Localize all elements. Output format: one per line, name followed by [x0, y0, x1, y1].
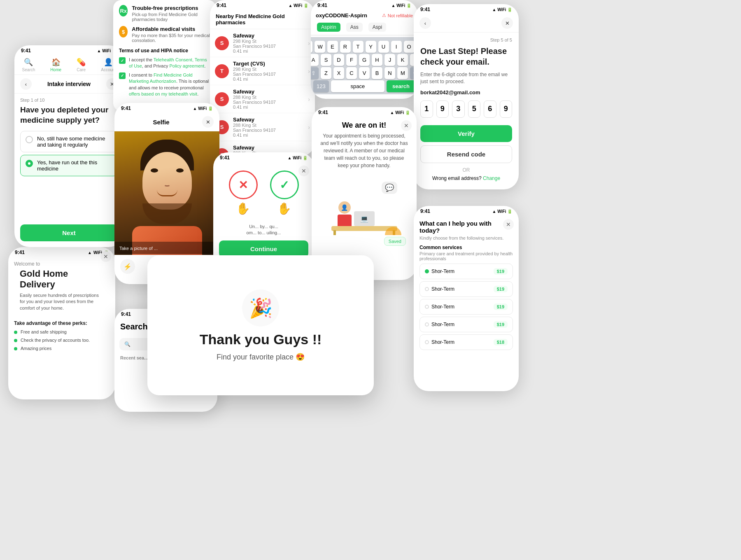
key-w[interactable]: W	[315, 41, 325, 53]
otp-4[interactable]: 5	[468, 100, 481, 118]
email-nav: ‹ ✕	[414, 14, 519, 33]
close-ci[interactable]: ✕	[298, 166, 309, 176]
ci-description: Un... by... qu...om... to... uiling...	[213, 224, 314, 236]
change-link[interactable]: Change	[483, 175, 500, 181]
pharmacy-item-4[interactable]: S Safeway 288 King StSan Francisco 94107…	[210, 113, 315, 141]
key-u[interactable]: U	[378, 41, 389, 53]
drug-tag-1[interactable]: Aspirin	[317, 23, 340, 32]
key-y[interactable]: Y	[366, 41, 376, 53]
chat-label-4: Shor-Term	[431, 322, 454, 327]
close-onit[interactable]: ✕	[401, 120, 412, 131]
active-dot-1	[425, 269, 429, 273]
status-bar-home: 9:41 ▲ WiFi 🔋	[8, 247, 115, 257]
doctor-scene: 💻 👤 💬	[323, 173, 405, 235]
check-text-1: I accept the Telehealth Consent, Terms o…	[129, 57, 210, 70]
close-chat[interactable]: ✕	[503, 219, 514, 230]
key-h[interactable]: H	[372, 54, 382, 66]
key-x[interactable]: X	[333, 67, 344, 79]
inactive-dot-5	[425, 340, 429, 344]
ci-action-button[interactable]: Continue	[219, 240, 308, 257]
drug-tag-3[interactable]: Aspi	[368, 23, 386, 32]
drug-tag-2[interactable]: Ass	[346, 23, 363, 32]
close-selfie[interactable]: ✕	[202, 116, 214, 128]
visits-row: $ Affordable medical visits Pay no more …	[119, 26, 210, 43]
otp-3[interactable]: 3	[452, 100, 465, 118]
otp-2[interactable]: 9	[436, 100, 449, 118]
selfie-nav: Selfie ✕	[114, 113, 219, 131]
key-e[interactable]: E	[327, 41, 338, 53]
verify-button[interactable]: Verify	[420, 125, 512, 142]
tab-care[interactable]: 💊 Care	[77, 58, 86, 72]
key-i[interactable]: I	[391, 41, 402, 53]
otp-5[interactable]: 6	[484, 100, 496, 118]
checkbox-2[interactable]	[119, 72, 126, 79]
key-n[interactable]: N	[384, 67, 395, 79]
key-b[interactable]: B	[372, 67, 382, 79]
key-z[interactable]: Z	[321, 67, 331, 79]
otp-1[interactable]: 1	[420, 100, 433, 118]
close-button-home[interactable]: ✕	[100, 251, 111, 262]
key-search[interactable]: search	[387, 80, 415, 92]
pharmacy-item-2[interactable]: T Target (CVS) 298 King StSan Francisco …	[210, 57, 315, 85]
key-f[interactable]: F	[346, 54, 357, 66]
chat-greeting: What can I help you with today?	[419, 220, 513, 234]
chat-label-3: Shor-Term	[431, 304, 454, 310]
key-s[interactable]: S	[321, 54, 331, 66]
key-space[interactable]: space	[331, 80, 384, 92]
key-d[interactable]: D	[333, 54, 344, 66]
tab-search[interactable]: 🔍 Search	[22, 58, 35, 72]
pharmacy-item-3[interactable]: S Safeway 288 King StSan Francisco 94107…	[210, 85, 315, 113]
pharmacy-name-1: Safeway	[233, 33, 304, 39]
home-title: Gold Home Delivery	[14, 267, 110, 292]
prescription-desc: Pick-up from Find Medicine Gold pharmaci…	[132, 12, 210, 22]
intake-title: Intake interview	[32, 81, 106, 87]
key-m[interactable]: M	[397, 67, 408, 79]
selfie-title: Selfie	[120, 119, 202, 126]
perk-dot-3	[14, 347, 17, 350]
chat-label-2: Shor-Term	[431, 286, 454, 292]
email-desc: Enter the 6-digit code from the email we…	[420, 71, 512, 85]
flash-button[interactable]: ⚡	[120, 259, 135, 274]
key-shift[interactable]: ⇧	[311, 67, 319, 79]
modal-icon: 🎉	[242, 289, 279, 327]
back-button-email[interactable]: ‹	[419, 17, 431, 29]
check-item-2: I consent to Find Medicine Gold Marketin…	[119, 72, 210, 98]
key-o[interactable]: O	[404, 41, 415, 53]
modal-title: Thank you Guys !!	[200, 331, 322, 348]
chat-option-5[interactable]: Shor-Term $18	[419, 334, 513, 350]
key-g[interactable]: G	[359, 54, 370, 66]
key-a[interactable]: A	[311, 54, 319, 66]
home-desc: Easily secure hundreds of prescriptions …	[14, 292, 110, 315]
next-button[interactable]: Next	[20, 224, 118, 241]
chat-option-2[interactable]: Shor-Term $19	[419, 281, 513, 297]
key-r[interactable]: R	[340, 41, 351, 53]
kb-row-2: A S D F G H J K L	[313, 54, 415, 66]
pharmacy-item-1[interactable]: S Safeway 298 King StSan Francisco 94107…	[210, 29, 315, 57]
drug-tags: Aspirin Ass Aspi	[311, 21, 418, 33]
close-button-email[interactable]: ✕	[501, 17, 513, 29]
key-j[interactable]: J	[384, 54, 395, 66]
key-v[interactable]: V	[359, 67, 370, 79]
key-123[interactable]: 123	[313, 80, 329, 92]
card-pharmacies: 9:41 ▲ WiFi 🔋 Nearby Find Medicine Gold …	[210, 0, 315, 156]
tab-home[interactable]: 🏠 Home	[50, 58, 61, 72]
key-c[interactable]: C	[346, 67, 357, 79]
checkbox-1[interactable]	[119, 57, 126, 64]
key-k[interactable]: K	[397, 54, 408, 66]
otp-6[interactable]: 9	[500, 100, 513, 118]
pharmacy-list: S Safeway 298 King StSan Francisco 94107…	[210, 29, 315, 156]
status-bar-email: 9:41 ▲ WiFi 🔋	[414, 4, 519, 14]
back-button-intake[interactable]: ‹	[20, 78, 32, 90]
option-no[interactable]: No, still have some medicine and taking …	[20, 131, 118, 152]
pharmacy-name-2: Target (CVS)	[233, 61, 304, 67]
chat-option-3[interactable]: Shor-Term $19	[419, 299, 513, 315]
key-t[interactable]: T	[353, 41, 364, 53]
resend-button[interactable]: Resend code	[420, 145, 512, 163]
option-yes[interactable]: Yes, have run out the this medicine	[20, 155, 118, 176]
chat-option-4[interactable]: Shor-Term $19	[419, 317, 513, 332]
care-tab-icon: 💊	[77, 58, 86, 67]
otp-row: 1 9 3 5 6 9	[420, 100, 512, 118]
chat-option-1[interactable]: Shor-Term $19	[419, 264, 513, 279]
key-q[interactable]: Q	[311, 41, 312, 53]
wrong-email-text: Wrong email address?	[432, 175, 482, 181]
